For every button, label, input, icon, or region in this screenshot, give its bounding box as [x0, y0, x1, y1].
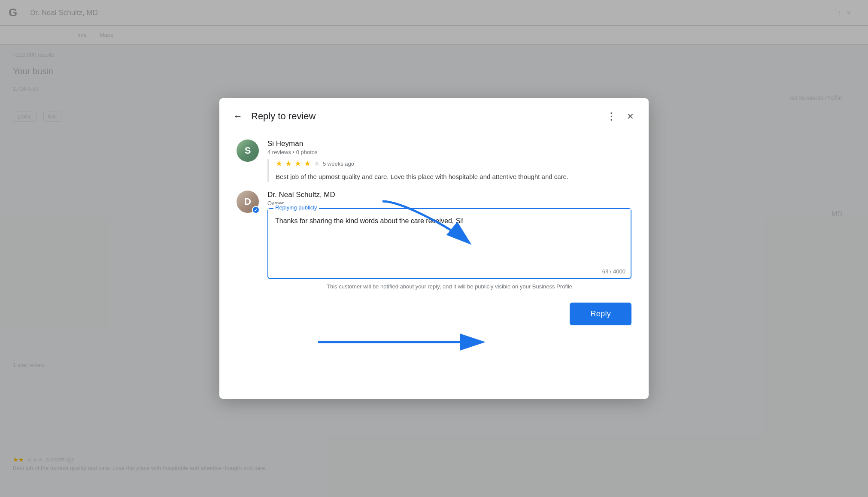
reviewer-section: S Si Heyman 4 reviews • 0 photos ★ ★ ★ ★… — [237, 139, 631, 182]
public-notice: This customer will be notified about you… — [267, 283, 631, 290]
reviewer-name: Si Heyman — [267, 139, 631, 148]
modal-title: Reply to review — [251, 111, 597, 122]
star-3: ★ — [294, 159, 301, 168]
review-text: Best job of the upmost quality and care.… — [276, 172, 631, 182]
reviewer-info: Si Heyman 4 reviews • 0 photos ★ ★ ★ ★ ★… — [267, 139, 631, 182]
stars-row: ★ ★ ★ ★ ★ 5 weeks ago — [276, 159, 631, 168]
checkmark-icon: ✓ — [254, 208, 258, 212]
star-5-empty: ★ — [313, 159, 320, 168]
modal-overlay: ← Reply to review ⋮ ✕ S Si Heyman 4 revi… — [0, 0, 868, 497]
more-options-button[interactable]: ⋮ — [604, 109, 619, 124]
star-4: ★ — [304, 159, 311, 168]
char-count: 63 / 4000 — [268, 267, 631, 278]
owner-role: Owner — [267, 200, 631, 206]
owner-name-row: Dr. Neal Schultz, MD — [267, 191, 631, 199]
star-2: ★ — [285, 159, 292, 168]
review-content: ★ ★ ★ ★ ★ 5 weeks ago Best job of the up… — [267, 159, 631, 182]
owner-avatar-wrapper: D ✓ — [237, 191, 259, 213]
header-actions: ⋮ ✕ — [604, 109, 637, 124]
reply-textarea[interactable]: Thanks for sharing the kind words about … — [268, 209, 631, 265]
reply-button-row: Reply — [237, 303, 631, 325]
modal-header: ← Reply to review ⋮ ✕ — [219, 98, 649, 131]
review-time: 5 weeks ago — [323, 161, 354, 167]
reply-textarea-wrapper: Replying publicly Thanks for sharing the… — [267, 208, 631, 279]
reviewer-meta: 4 reviews • 0 photos — [267, 149, 631, 155]
reviewer-avatar: S — [237, 139, 259, 162]
reply-to-review-modal: ← Reply to review ⋮ ✕ S Si Heyman 4 revi… — [219, 98, 649, 399]
owner-section: D ✓ Dr. Neal Schultz, MD Owner Replying … — [237, 191, 631, 290]
reply-label: Replying publicly — [273, 204, 319, 211]
verified-badge: ✓ — [252, 206, 260, 214]
reply-button[interactable]: Reply — [570, 303, 631, 325]
close-button[interactable]: ✕ — [624, 109, 637, 123]
modal-body: S Si Heyman 4 reviews • 0 photos ★ ★ ★ ★… — [219, 131, 649, 342]
owner-name: Dr. Neal Schultz, MD — [267, 191, 335, 199]
owner-info: Dr. Neal Schultz, MD Owner Replying publ… — [267, 191, 631, 290]
back-button[interactable]: ← — [231, 109, 244, 124]
star-1: ★ — [276, 159, 282, 168]
